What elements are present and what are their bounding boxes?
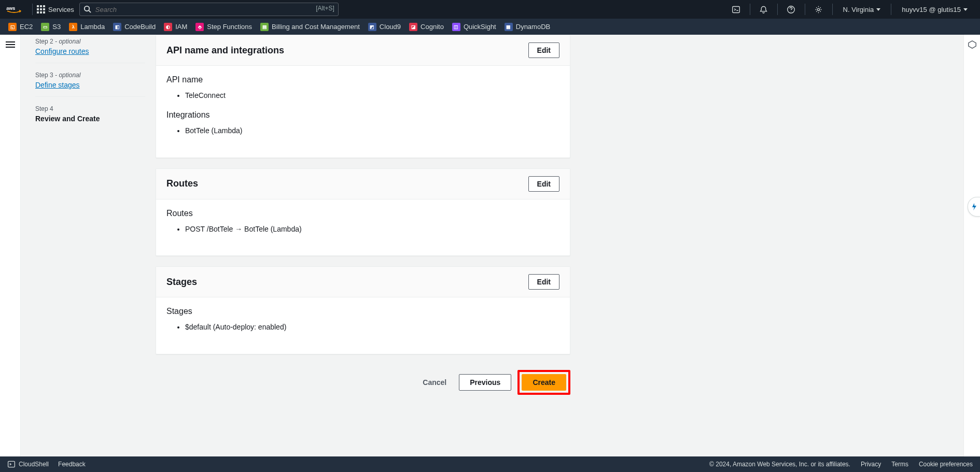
top-navigation: aws Services [Alt+S] N. Virginia [0,0,980,19]
region-selector[interactable]: N. Virginia [837,6,887,13]
divider [750,4,750,15]
quicksight-icon: ◫ [452,23,460,31]
fav-dynamodb[interactable]: ▦DynamoDB [505,23,550,31]
fav-billing[interactable]: ▤Billing and Cost Management [260,23,360,31]
divider [32,4,33,15]
iam-icon: ◐ [164,23,172,31]
divider [805,4,805,15]
lambda-icon: λ [69,23,77,31]
cognito-icon: ◪ [409,23,417,31]
fav-stepfunctions[interactable]: ⬘Step Functions [195,23,252,31]
cloudshell-icon[interactable] [727,0,746,19]
favorites-bar: ◱EC2 ▭S3 λLambda ◧CodeBuild ◐IAM ⬘Step F… [0,19,980,35]
divider [891,4,891,15]
fav-lambda[interactable]: λLambda [69,23,105,31]
fav-codebuild[interactable]: ◧CodeBuild [113,23,156,31]
aws-logo[interactable]: aws [6,5,22,14]
grid-icon [37,5,45,13]
search-shortcut-hint: [Alt+S] [316,5,334,12]
billing-icon: ▤ [260,23,269,31]
services-menu-button[interactable]: Services [37,5,74,13]
divider [832,4,833,15]
ec2-icon: ◱ [8,23,17,31]
divider [777,4,778,15]
search-icon [83,5,91,15]
svg-point-5 [817,8,819,10]
fav-iam[interactable]: ◐IAM [164,23,187,31]
fav-cognito[interactable]: ◪Cognito [409,23,444,31]
settings-icon[interactable] [809,0,828,19]
search-input[interactable] [79,3,339,16]
region-label: N. Virginia [843,6,874,13]
fav-cloud9[interactable]: ◩Cloud9 [368,23,401,31]
stepfunctions-icon: ⬘ [195,23,204,31]
cloud9-icon: ◩ [368,23,376,31]
chevron-down-icon [876,8,880,11]
notifications-icon[interactable] [754,0,773,19]
account-label: huyvv15 @ glutis15 [902,6,961,13]
svg-text:aws: aws [6,6,15,11]
svg-point-1 [85,6,89,11]
fav-s3[interactable]: ▭S3 [41,23,61,31]
svg-line-2 [89,10,91,12]
account-menu[interactable]: huyvv15 @ glutis15 [895,6,974,13]
codebuild-icon: ◧ [113,23,121,31]
dynamodb-icon: ▦ [505,23,513,31]
search-container: [Alt+S] [79,3,339,16]
fav-ec2[interactable]: ◱EC2 [8,23,33,31]
help-icon[interactable] [782,0,801,19]
s3-icon: ▭ [41,23,49,31]
chevron-down-icon [963,8,968,11]
services-label: Services [48,6,74,13]
fav-quicksight[interactable]: ◫QuickSight [452,23,496,31]
